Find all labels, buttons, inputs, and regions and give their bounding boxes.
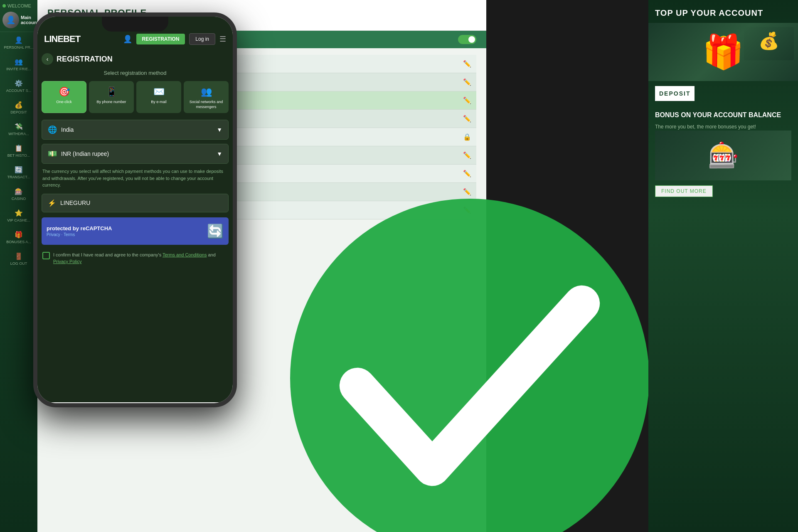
sidebar-item-label: BET HISTO... bbox=[7, 153, 30, 158]
reg-method-phone[interactable]: 📱 By phone number bbox=[89, 81, 134, 113]
doc-issue-edit-icon[interactable]: ✏️ bbox=[463, 170, 471, 177]
currency-selector[interactable]: 💵 INR (Indian rupee) ▼ bbox=[42, 144, 229, 164]
currency-chevron-icon: ▼ bbox=[217, 150, 222, 157]
globe-icon: 🌐 bbox=[48, 125, 57, 134]
sidebar-item-transactions[interactable]: 🔄 TRANSACT... bbox=[0, 162, 37, 183]
phone-screen: LINEBET 👤 REGISTRATION Log in ☰ ‹ REGIST… bbox=[37, 17, 233, 403]
sidebar-item-bonuses[interactable]: 🎁 BONUSES A... bbox=[0, 227, 37, 248]
sidebar-item-label: TRANSACT... bbox=[7, 175, 30, 179]
currency-select-left: 💵 INR (Indian rupee) bbox=[48, 149, 109, 158]
bonus-person-icon: 🎰 bbox=[708, 140, 739, 170]
sidebar-user-section[interactable]: 👤 Main account ▸ bbox=[0, 10, 37, 32]
treasure-chest-icon: 🎁 bbox=[702, 32, 744, 71]
transactions-icon: 🔄 bbox=[15, 166, 23, 174]
country-selector[interactable]: 🌐 India ▼ bbox=[42, 120, 229, 140]
recaptcha-icon: 🔄 bbox=[207, 223, 224, 239]
sidebar-item-label: INVITE FRIE... bbox=[6, 67, 31, 71]
bonus-section: BONUS ON YOUR ACCOUNT BALANCE The more y… bbox=[648, 106, 798, 202]
surname-edit-icon[interactable]: ✏️ bbox=[463, 60, 471, 68]
logout-icon: 🚪 bbox=[15, 252, 23, 260]
deposit-button[interactable]: DEPOSIT bbox=[655, 86, 695, 101]
registration-title: REGISTRATION bbox=[57, 55, 113, 64]
sidebar-item-vip-cashback[interactable]: ⭐ VIP CASHE... bbox=[0, 205, 37, 227]
sidebar-item-label: PERSONAL PR... bbox=[4, 45, 33, 49]
recaptcha-box[interactable]: protected by reCAPTCHA Privacy · Terms 🔄 bbox=[42, 217, 229, 245]
sidebar: WELCOME 👤 Main account ▸ 👤 PERSONAL PR..… bbox=[0, 0, 37, 532]
currency-value: INR (Indian rupee) bbox=[61, 150, 109, 157]
phone-method-icon: 📱 bbox=[106, 86, 117, 97]
bonus-desc: The more you bet, the more bonuses you g… bbox=[655, 123, 791, 131]
treasure-image: 🎁 💰 bbox=[648, 23, 798, 81]
currency-note: The currency you select will affect whic… bbox=[42, 168, 229, 189]
terms-checkbox[interactable] bbox=[42, 252, 50, 259]
promo-value: LINEGURU bbox=[60, 200, 90, 206]
phone-body: ‹ REGISTRATION Select registration metho… bbox=[37, 49, 233, 402]
sidebar-item-label: BONUSES A... bbox=[6, 240, 31, 244]
sidebar-item-logout[interactable]: 🚪 LOG OUT bbox=[0, 248, 37, 270]
sidebar-item-deposit[interactable]: 💰 DEPOSIT bbox=[0, 97, 37, 118]
recaptcha-left: protected by reCAPTCHA Privacy · Terms bbox=[47, 225, 112, 237]
permanent-edit-icon[interactable]: ✏️ bbox=[463, 206, 471, 214]
sidebar-item-label: ACCOUNT S... bbox=[6, 89, 31, 93]
sidebar-item-invite-friends[interactable]: 👥 INVITE FRIE... bbox=[0, 54, 37, 75]
sidebar-item-withdraw[interactable]: 💸 WITHDRA... bbox=[0, 118, 37, 140]
bonus-image: 🎰 bbox=[655, 131, 791, 180]
welcome-dot bbox=[2, 4, 6, 7]
reg-method-social[interactable]: 👥 Social networks and messengers bbox=[184, 81, 229, 113]
social-method-icon: 👥 bbox=[201, 86, 212, 97]
terms-link[interactable]: Terms and Conditions bbox=[163, 252, 207, 257]
country-value: India bbox=[61, 126, 74, 133]
terms-row: I confirm that I have read and agree to … bbox=[42, 250, 229, 267]
email-method-label: By e-mail bbox=[151, 100, 167, 105]
promo-input-container[interactable]: ⚡ LINEGURU bbox=[42, 194, 229, 212]
phone-registration-button[interactable]: REGISTRATION bbox=[136, 34, 185, 44]
reg-methods-container: 🎯 One-click 📱 By phone number ✉️ By e-ma… bbox=[42, 81, 229, 113]
sidebar-item-label: LOG OUT bbox=[10, 261, 27, 266]
phone-notch bbox=[102, 17, 168, 32]
phone-nav-icons: 👤 REGISTRATION Log in ☰ bbox=[123, 33, 226, 45]
sidebar-item-bet-history[interactable]: 📋 BET HISTO... bbox=[0, 140, 37, 162]
sidebar-item-account-settings[interactable]: ⚙️ ACCOUNT S... bbox=[0, 75, 37, 97]
vip-cashback-icon: ⭐ bbox=[15, 209, 23, 217]
coins-icon: 💰 bbox=[744, 27, 794, 51]
recaptcha-links: Privacy · Terms bbox=[47, 232, 112, 237]
privacy-link[interactable]: Privacy Policy bbox=[53, 259, 81, 264]
account-settings-icon: ⚙️ bbox=[15, 79, 23, 87]
bet-history-icon: 📋 bbox=[15, 144, 23, 152]
country-select-left: 🌐 India bbox=[48, 125, 74, 134]
doc-number-edit-icon[interactable]: ✏️ bbox=[463, 151, 471, 159]
top-up-header: TOP UP YOUR ACCOUNT bbox=[648, 0, 798, 23]
money-icon: 💵 bbox=[48, 149, 57, 158]
email-method-icon: ✉️ bbox=[153, 86, 165, 97]
promo-icon: ⚡ bbox=[48, 199, 56, 207]
social-method-label: Social networks and messengers bbox=[187, 100, 226, 109]
phone-overlay: LINEBET 👤 REGISTRATION Log in ☰ ‹ REGIST… bbox=[33, 12, 237, 407]
phone-frame: LINEBET 👤 REGISTRATION Log in ☰ ‹ REGIST… bbox=[33, 12, 237, 407]
phone-login-button[interactable]: Log in bbox=[189, 33, 215, 45]
sidebar-item-casino[interactable]: 🎰 CASINO bbox=[0, 183, 37, 205]
profile-toggle[interactable] bbox=[458, 35, 476, 44]
reg-method-one-click[interactable]: 🎯 One-click bbox=[42, 81, 86, 113]
dob-edit-icon[interactable]: ✏️ bbox=[463, 96, 471, 104]
find-out-more-button[interactable]: FIND OUT MORE bbox=[655, 185, 713, 197]
pob-edit-icon[interactable]: ✏️ bbox=[463, 115, 471, 123]
avatar-image: 👤 bbox=[2, 12, 19, 28]
reg-method-email[interactable]: ✉️ By e-mail bbox=[136, 81, 181, 113]
sidebar-item-label: WITHDRA... bbox=[8, 132, 29, 136]
terms-text: I confirm that I have read and agree to … bbox=[53, 251, 228, 265]
phone-logo: LINEBET bbox=[44, 34, 80, 44]
phone-menu-icon: ☰ bbox=[219, 34, 226, 44]
firstname-edit-icon[interactable]: ✏️ bbox=[463, 78, 471, 86]
bonuses-icon: 🎁 bbox=[15, 231, 23, 239]
country-edit-icon[interactable]: ✏️ bbox=[463, 188, 471, 196]
avatar: 👤 bbox=[2, 12, 19, 28]
reg-subtitle: Select registration method bbox=[42, 67, 229, 81]
phone-reg-back-row: ‹ REGISTRATION bbox=[42, 49, 229, 67]
sidebar-item-label: DEPOSIT bbox=[10, 110, 27, 114]
welcome-text: WELCOME bbox=[7, 3, 31, 8]
sidebar-item-personal-profile[interactable]: 👤 PERSONAL PR... bbox=[0, 32, 37, 54]
withdraw-icon: 💸 bbox=[15, 123, 23, 131]
deposit-icon: 💰 bbox=[15, 101, 23, 109]
back-button[interactable]: ‹ bbox=[42, 53, 53, 65]
sidebar-item-label: CASINO bbox=[12, 197, 26, 201]
